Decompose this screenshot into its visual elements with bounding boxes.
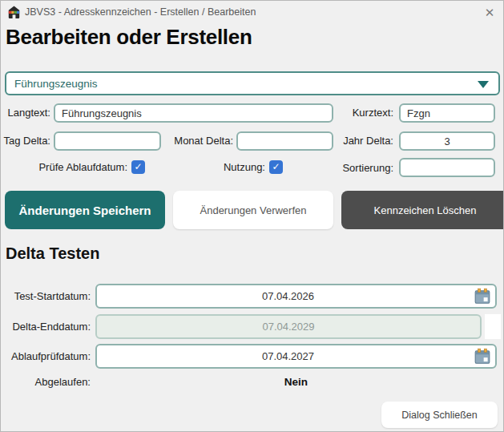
nutzung-checkbox[interactable]: ✓ (269, 160, 283, 174)
delta-testen-title: Delta Testen (6, 244, 99, 263)
langtext-input[interactable] (54, 103, 333, 123)
kennzeichen-dropdown-value: Führungszeugnis (14, 78, 98, 90)
kurztext-input[interactable] (399, 103, 495, 123)
pruefe-ablaufdatum-label: Prüfe Ablaufdatum: (1, 159, 127, 176)
tag-delta-label: Tag Delta: (1, 131, 50, 151)
test-startdatum-input[interactable] (95, 284, 497, 309)
kennzeichen-dropdown[interactable]: Führungszeugnis (5, 71, 500, 95)
close-dialog-button[interactable]: Dialog Schließen (381, 402, 498, 428)
pruefe-ablaufdatum-checkbox[interactable]: ✓ (131, 160, 145, 174)
delta-enddatum-label: Delta-Enddatum: (1, 314, 91, 339)
abgelaufen-label: Abgelaufen: (1, 374, 91, 390)
ablaufpruefdatum-input[interactable] (95, 344, 497, 369)
delete-kennzeichen-button[interactable]: Kennzeichen Löschen (341, 191, 504, 229)
close-icon[interactable]: ✕ (480, 4, 499, 22)
nutzung-label: Nutzung: (193, 159, 265, 176)
kurztext-label: Kurztext: (340, 103, 393, 123)
chevron-down-icon (478, 81, 489, 88)
langtext-label: Langtext: (1, 103, 50, 123)
delta-enddatum-input (95, 314, 482, 339)
abgelaufen-value: Nein (95, 374, 497, 390)
disabled-calendar-placeholder (485, 314, 501, 339)
dialog-window: JBVS3 - Adresskennzeichen - Erstellen / … (0, 0, 504, 432)
ablaufpruefdatum-label: Ablaufprüfdatum: (1, 344, 91, 369)
monat-delta-input[interactable] (236, 131, 333, 151)
check-icon: ✓ (272, 161, 280, 172)
app-home-icon (7, 6, 21, 19)
page-title: Bearbeiten oder Erstellen (6, 25, 252, 50)
save-changes-button[interactable]: Änderungen Speichern (5, 191, 165, 229)
jahr-delta-input[interactable] (399, 131, 495, 151)
sortierung-label: Sortierung: (340, 159, 393, 178)
calendar-icon[interactable] (474, 287, 491, 305)
sortierung-input[interactable] (399, 158, 495, 177)
jahr-delta-label: Jahr Delta: (340, 131, 393, 151)
monat-delta-label: Monat Delta: (161, 131, 233, 151)
tag-delta-input[interactable] (54, 131, 161, 151)
calendar-icon[interactable] (474, 347, 491, 365)
check-icon: ✓ (134, 161, 142, 172)
test-startdatum-label: Test-Startdatum: (1, 284, 91, 309)
window-title: JBVS3 - Adresskennzeichen - Erstellen / … (25, 6, 256, 18)
discard-changes-button[interactable]: Änderungen Verwerfen (173, 191, 333, 229)
